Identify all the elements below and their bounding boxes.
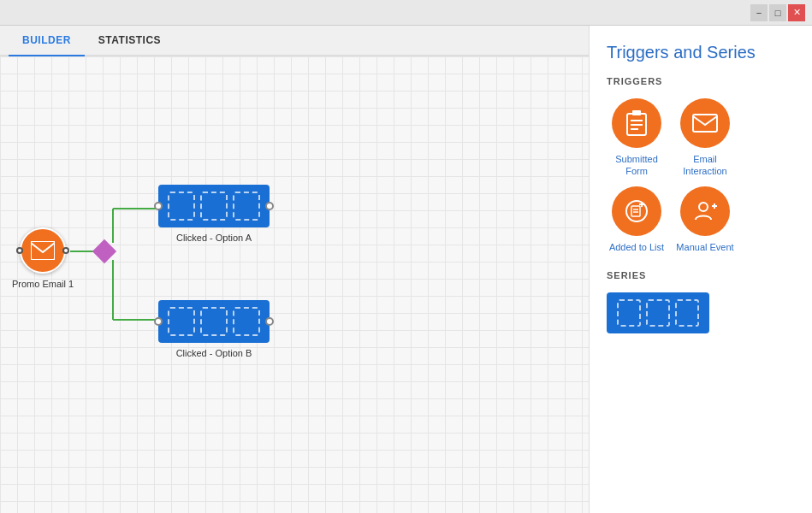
trigger-added-to-list-icon (612, 186, 661, 236)
email-node[interactable]: Promo Email 1 (12, 227, 74, 289)
trigger-submitted-form-label: Submitted Form (607, 153, 667, 178)
trigger-added-to-list[interactable]: Added to List (607, 186, 667, 253)
svg-rect-7 (632, 110, 641, 115)
svg-rect-13 (631, 206, 640, 216)
connector-lines (0, 56, 589, 513)
blue-block-a (158, 185, 270, 227)
branch-label-a: Clicked - Option A (176, 233, 252, 243)
node-dot-left (16, 247, 23, 254)
trigger-manual-event[interactable]: Manual Event (675, 186, 735, 253)
maximize-button[interactable]: □ (769, 4, 786, 21)
svg-point-18 (699, 203, 708, 211)
trigger-manual-event-icon (680, 186, 730, 236)
node-connector-left-a (154, 202, 163, 210)
series-segment-3 (675, 299, 699, 327)
segment-a1 (168, 192, 195, 221)
diamond-connector (92, 239, 116, 263)
branch-node-option-a[interactable]: Clicked - Option A (158, 185, 270, 243)
right-panel: Triggers and Series TRIGGERS Submitted F… (590, 26, 812, 513)
segment-b2 (200, 307, 228, 336)
series-segment-2 (646, 299, 670, 327)
node-connector-left-b (154, 317, 163, 326)
trigger-added-to-list-label: Added to List (609, 241, 664, 253)
email-icon (31, 241, 55, 260)
trigger-email-interaction-icon (680, 98, 730, 148)
title-bar: − □ ✕ (0, 0, 812, 26)
series-segment-1 (617, 299, 641, 327)
trigger-email-interaction-label: Email Interaction (675, 153, 735, 178)
segment-b1 (168, 307, 195, 336)
triggers-label: TRIGGERS (607, 76, 795, 86)
canvas-area[interactable]: Promo Email 1 Clicked - Option A (0, 56, 589, 513)
series-section (607, 292, 795, 333)
series-block[interactable] (607, 292, 709, 333)
list-add-icon (625, 199, 649, 223)
node-dot-right (62, 247, 69, 254)
series-label: SERIES (607, 270, 795, 280)
email-open-icon (692, 114, 718, 133)
tab-bar: BUILDER STATISTICS (0, 26, 589, 56)
clipboard-icon (625, 110, 649, 136)
email-node-label: Promo Email 1 (12, 279, 74, 289)
trigger-submitted-form[interactable]: Submitted Form (607, 98, 667, 178)
trigger-email-interaction[interactable]: Email Interaction (675, 98, 735, 178)
svg-rect-5 (31, 241, 55, 260)
node-connector-right-a (265, 202, 274, 210)
trigger-manual-event-label: Manual Event (676, 241, 733, 253)
email-node-circle (20, 227, 66, 274)
segment-b3 (233, 307, 260, 336)
main-container: BUILDER STATISTICS (0, 26, 812, 513)
tab-statistics[interactable]: STATISTICS (85, 26, 175, 55)
left-panel: BUILDER STATISTICS (0, 26, 590, 513)
trigger-submitted-form-icon (612, 98, 661, 148)
segment-a2 (200, 192, 228, 221)
branch-node-option-b[interactable]: Clicked - Option B (158, 300, 270, 358)
person-add-icon (693, 199, 717, 223)
segment-a3 (233, 192, 260, 221)
blue-block-b (158, 300, 270, 343)
triggers-grid: Submitted Form Email Interaction (607, 98, 795, 253)
panel-title: Triggers and Series (607, 43, 795, 62)
tab-builder[interactable]: BUILDER (9, 26, 85, 56)
svg-rect-11 (693, 115, 717, 132)
node-connector-right-b (265, 317, 274, 326)
minimize-button[interactable]: − (750, 4, 768, 21)
branch-label-b: Clicked - Option B (176, 348, 252, 358)
close-button[interactable]: ✕ (788, 4, 805, 21)
